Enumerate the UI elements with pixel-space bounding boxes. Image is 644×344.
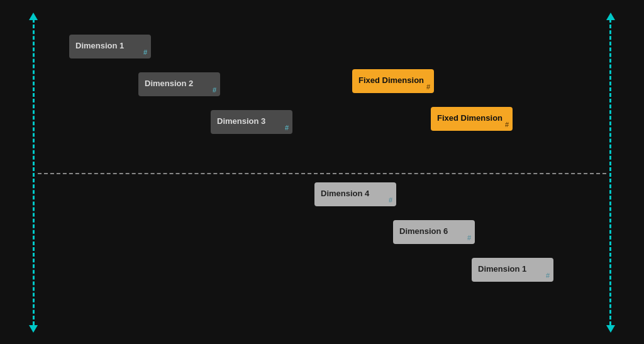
left-axis-arrow-up: [29, 13, 38, 20]
box-dim3-hash: #: [285, 124, 289, 131]
box-dim2-label: Dimension 2: [145, 79, 193, 88]
box-dim2[interactable]: Dimension 2#: [138, 72, 220, 96]
box-dim1-label: Dimension 1: [75, 41, 124, 50]
box-dim5-hash: #: [467, 234, 471, 241]
box-dim3[interactable]: Dimension 3#: [211, 110, 292, 134]
box-dim6[interactable]: Dimension 1#: [472, 258, 553, 282]
box-dim5-label: Dimension 6: [399, 226, 448, 236]
left-axis: [33, 19, 35, 325]
box-dim1[interactable]: Dimension 1#: [69, 35, 151, 58]
box-fixed2-hash: #: [505, 121, 509, 128]
left-axis-arrow-down: [29, 325, 38, 333]
box-dim6-label: Dimension 1: [478, 264, 526, 274]
box-dim1-hash: #: [143, 48, 147, 56]
box-fixed1-hash: #: [426, 83, 430, 91]
box-dim5[interactable]: Dimension 6#: [393, 220, 475, 244]
right-axis-arrow-up: [606, 13, 615, 20]
box-fixed2-label: Fixed Dimension: [437, 113, 502, 123]
right-axis: [609, 19, 611, 325]
box-dim4[interactable]: Dimension 4#: [314, 182, 396, 206]
box-dim6-hash: #: [546, 272, 550, 279]
chart-area: Dimension 1#Dimension 2#Dimension 3#Fixe…: [0, 0, 644, 344]
box-dim2-hash: #: [213, 86, 216, 94]
viz-level-line: [38, 173, 606, 174]
box-dim4-label: Dimension 4: [321, 189, 369, 198]
box-dim4-hash: #: [389, 196, 392, 204]
box-fixed2[interactable]: Fixed Dimension#: [431, 107, 513, 131]
box-fixed1-label: Fixed Dimension: [358, 75, 424, 85]
box-dim3-label: Dimension 3: [217, 116, 265, 126]
right-axis-arrow-down: [606, 325, 615, 333]
box-fixed1[interactable]: Fixed Dimension#: [352, 69, 434, 93]
